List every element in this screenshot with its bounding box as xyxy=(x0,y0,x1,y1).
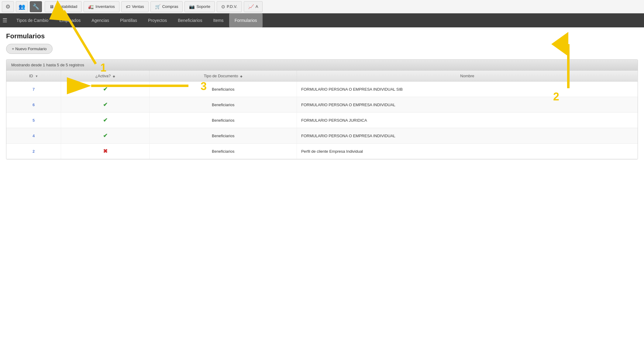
nav-item-tipos-de-cambio[interactable]: Tipos de Cambio xyxy=(11,13,54,27)
cell-activa: ✔ xyxy=(61,82,150,97)
compras-tab-icon: 🛒 xyxy=(155,4,161,9)
secondary-nav: ☰ Tipos de CambioEmpleadosAgenciasPlanti… xyxy=(0,13,644,27)
analytics-tab-label: A xyxy=(256,4,258,9)
wrench-icon-button[interactable]: 🔧 xyxy=(30,1,42,12)
page-title: Formularios xyxy=(6,32,638,40)
nav-item-empleados[interactable]: Empleados xyxy=(54,13,86,27)
nav-item-formularios[interactable]: Formularios xyxy=(229,13,263,27)
cell-nombre: FORMULARIO PERSONA O EMPRESA INDIVIDUAL xyxy=(297,97,638,113)
cell-id: 7 xyxy=(6,82,61,97)
formularios-table: ID ▼¿Activa? ◆Tipo de Documento ◆Nombre … xyxy=(6,71,638,159)
sort-desc-icon: ▼ xyxy=(35,75,38,78)
settings-icon-button[interactable]: ⚙ xyxy=(2,1,14,12)
table-row[interactable]: 6✔BeneficiariosFORMULARIO PERSONA O EMPR… xyxy=(6,97,638,113)
table-row[interactable]: 7✔BeneficiariosFORMULARIO PERSONA O EMPR… xyxy=(6,82,638,97)
col-header-id[interactable]: ID ▼ xyxy=(6,71,61,82)
toolbar-tabs: 🖥Contabilidad🚛Inventarios🏷Ventas🛒Compras… xyxy=(45,1,263,12)
contabilidad-tab-icon: 🖥 xyxy=(49,4,54,9)
table-row[interactable]: 5✔BeneficiariosFORMULARIO PERSONA JURIDI… xyxy=(6,113,638,128)
cell-id: 4 xyxy=(6,128,61,144)
new-formulario-button[interactable]: + Nuevo Formulario xyxy=(6,44,53,54)
nav-item-plantillas[interactable]: Plantillas xyxy=(115,13,143,27)
table-header: ID ▼¿Activa? ◆Tipo de Documento ◆Nombre xyxy=(6,71,638,82)
check-icon: ✔ xyxy=(103,117,108,123)
contabilidad-tab-label: Contabilidad xyxy=(55,4,77,9)
compras-tab-label: Compras xyxy=(162,4,178,9)
col-header-nombre: Nombre xyxy=(297,71,638,82)
nav-item-items[interactable]: Items xyxy=(208,13,229,27)
cross-icon: ✖ xyxy=(103,148,108,154)
cell-tipo-documento: Beneficiarios xyxy=(150,113,297,128)
table-info-bar: Mostrando desde 1 hasta 5 de 5 registros xyxy=(6,60,638,71)
soporte-tab-icon: 📷 xyxy=(189,4,195,9)
cell-nombre: FORMULARIO PERSONA O EMPRESA INDIVIDUAL … xyxy=(297,82,638,97)
sort-icon: ◆ xyxy=(113,75,115,78)
inventarios-tab-label: Inventarios xyxy=(95,4,115,9)
filter-icon[interactable]: ☰ xyxy=(2,17,7,24)
cell-id: 2 xyxy=(6,144,61,159)
check-icon: ✔ xyxy=(103,133,108,139)
table-body: 7✔BeneficiariosFORMULARIO PERSONA O EMPR… xyxy=(6,82,638,159)
cell-tipo-documento: Beneficiarios xyxy=(150,144,297,159)
inventarios-tab-icon: 🚛 xyxy=(88,4,94,9)
cell-activa: ✔ xyxy=(61,128,150,144)
ventas-tab-label: Ventas xyxy=(132,4,144,9)
nav-item-agencias[interactable]: Agencias xyxy=(86,13,115,27)
pdv-tab-icon: ⊙ xyxy=(221,4,225,9)
table-row[interactable]: 4✔BeneficiariosFORMULARIO PERSONA O EMPR… xyxy=(6,128,638,144)
cell-tipo-documento: Beneficiarios xyxy=(150,128,297,144)
col-header-activa[interactable]: ¿Activa? ◆ xyxy=(61,71,150,82)
tab-compras[interactable]: 🛒Compras xyxy=(150,1,183,12)
check-icon: ✔ xyxy=(103,102,108,108)
table-row[interactable]: 2✖BeneficiariosPerfil de cliente Empresa… xyxy=(6,144,638,159)
tab-soporte[interactable]: 📷Soporte xyxy=(184,1,215,12)
nav-items-container: Tipos de CambioEmpleadosAgenciasPlantill… xyxy=(11,13,263,27)
pdv-tab-label: P.D.V. xyxy=(227,4,237,9)
tab-pdv[interactable]: ⊙P.D.V. xyxy=(217,1,242,12)
cell-nombre: FORMULARIO PERSONA JURIDICA xyxy=(297,113,638,128)
tab-analytics[interactable]: 📈A xyxy=(244,1,263,12)
tab-contabilidad[interactable]: 🖥Contabilidad xyxy=(45,1,82,12)
sort-icon: ◆ xyxy=(240,75,243,78)
nav-item-beneficiarios[interactable]: Beneficiarios xyxy=(172,13,208,27)
cell-tipo-documento: Beneficiarios xyxy=(150,97,297,113)
soporte-tab-label: Soporte xyxy=(196,4,210,9)
analytics-tab-icon: 📈 xyxy=(248,4,254,9)
cell-activa: ✔ xyxy=(61,97,150,113)
toolbar-icons: ⚙👥🔧 xyxy=(2,1,43,12)
cell-activa: ✖ xyxy=(61,144,150,159)
tab-ventas[interactable]: 🏷Ventas xyxy=(121,1,149,12)
tab-inventarios[interactable]: 🚛Inventarios xyxy=(84,1,119,12)
col-header-tipo_documento[interactable]: Tipo de Documento ◆ xyxy=(150,71,297,82)
cell-nombre: Perfil de cliente Empresa Individual xyxy=(297,144,638,159)
cell-tipo-documento: Beneficiarios xyxy=(150,82,297,97)
users-icon-button[interactable]: 👥 xyxy=(16,1,28,12)
cell-id: 6 xyxy=(6,97,61,113)
top-toolbar: ⚙👥🔧 🖥Contabilidad🚛Inventarios🏷Ventas🛒Com… xyxy=(0,0,644,13)
table-section: Mostrando desde 1 hasta 5 de 5 registros… xyxy=(6,59,638,159)
cell-activa: ✔ xyxy=(61,113,150,128)
nav-item-proyectos[interactable]: Proyectos xyxy=(143,13,172,27)
check-icon: ✔ xyxy=(103,86,108,92)
ventas-tab-icon: 🏷 xyxy=(126,4,130,9)
cell-id: 5 xyxy=(6,113,61,128)
page-content: Formularios + Nuevo Formulario Mostrando… xyxy=(0,27,644,164)
cell-nombre: FORMULARIO PERSONA O EMPRESA INDIVIDUAL xyxy=(297,128,638,144)
